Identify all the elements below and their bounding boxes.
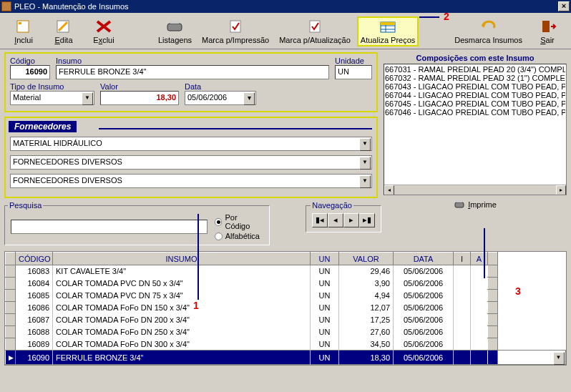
svg-rect-14 [457, 200, 462, 202]
svg-rect-3 [167, 24, 182, 31]
unidade-input[interactable]: UN [335, 65, 372, 79]
marca-imp-label: Marca p/Impressão [202, 36, 269, 44]
grid-header-row: CÓDIGO INSUMO UN VALOR DATA I A [6, 253, 566, 265]
marca-atualizacao-button[interactable]: Marca p/Atualização [276, 17, 353, 46]
valor-label: Valor [100, 82, 179, 91]
svg-rect-5 [230, 21, 240, 32]
atualiza-label: Atualiza Preços [361, 36, 415, 44]
fornecedores-group: Fornecedores MATERIAL HIDRÁULICO FORNECE… [4, 117, 378, 198]
marca-atu-label: Marca p/Atualização [279, 36, 351, 44]
codigo-label: Código [10, 57, 50, 65]
table-row[interactable]: 16085COLAR TOMADA PVC DN 75 x 3/4"UN4,94… [6, 290, 566, 302]
table-row[interactable]: 16086COLAR TOMADA FoFo DN 150 x 3/4"UN12… [6, 302, 566, 314]
nav-first-button[interactable]: ▮◂ [312, 213, 328, 227]
pesquisa-label: Pesquisa [8, 201, 43, 210]
fornecedor-1-select[interactable]: MATERIAL HIDRÁULICO [10, 137, 372, 151]
col-valor[interactable]: VALOR [339, 253, 394, 265]
fornecedores-title: Fornecedores [9, 121, 77, 132]
col-un[interactable]: UN [311, 253, 339, 265]
list-item[interactable]: 667045 - LIGACAO PREDIAL COM TUBO PEAD, … [385, 99, 565, 108]
table-row[interactable]: 16087COLAR TOMADA FoFo DN 200 x 3/4"UN17… [6, 314, 566, 326]
listagens-label: Listagens [158, 36, 192, 44]
col-insumo[interactable]: INSUMO [53, 253, 311, 265]
table-row[interactable]: 16088COLAR TOMADA FoFo DN 250 x 3/4"UN27… [6, 326, 566, 338]
svg-rect-12 [542, 21, 550, 32]
data-label: Data [185, 82, 256, 91]
inclui-label: nclui [16, 36, 33, 44]
insumos-grid[interactable]: CÓDIGO INSUMO UN VALOR DATA I A 16083KIT… [4, 251, 567, 366]
valor-input[interactable]: 18,30 [100, 91, 179, 105]
h-scrollbar[interactable]: ◂▸ [384, 185, 566, 195]
desmarca-label: Desmarca Insumos [454, 36, 522, 44]
svg-rect-1 [19, 22, 21, 24]
app-icon [1, 1, 11, 11]
edita-button[interactable]: Edita [46, 17, 82, 46]
imprime-button[interactable]: Imprime [384, 200, 567, 210]
col-i[interactable]: I [454, 253, 471, 265]
table-row[interactable]: 16083KIT CAVALETE 3/4"UN29,4605/06/2006 [6, 265, 566, 278]
title-bar: PLEO - Manutenção de Insumos × [0, 0, 571, 13]
svg-rect-6 [310, 21, 320, 32]
table-row[interactable]: ▶16090FERRULE BRONZE 3/4"UN18,3005/06/20… [6, 351, 566, 365]
nav-prev-button[interactable]: ◂ [328, 213, 343, 227]
exclui-button[interactable]: Exclui [86, 17, 122, 46]
navegacao-group: Navegação ▮◂ ◂ ▸ ▸▮ [306, 205, 381, 232]
codigo-input[interactable]: 16090 [10, 65, 50, 79]
list-item[interactable]: 667044 - LIGACAO PREDIAL COM TUBO PEAD, … [385, 91, 565, 99]
composicoes-list[interactable]: 667031 - RAMAL PREDIAL PEAD 20 (3/4") CO… [384, 64, 567, 195]
fornecedor-3-select[interactable]: FORNECEDORES DIVERSOS [10, 174, 372, 188]
col-codigo[interactable]: CÓDIGO [16, 253, 53, 265]
nav-last-button[interactable]: ▸▮ [359, 213, 375, 227]
composicoes-title: Composições com este Insumo [384, 52, 567, 64]
inclui-button[interactable]: Inclui [6, 17, 42, 46]
insumo-input[interactable]: FERRULE BRONZE 3/4" [56, 65, 329, 79]
list-item[interactable]: 667046 - LIGACAO PREDIAL COM TUBO PEAD, … [385, 108, 565, 117]
svg-rect-4 [170, 21, 179, 24]
por-codigo-radio[interactable]: Por Código [215, 213, 264, 230]
list-item[interactable]: 667032 - RAMAL PREDIAL PEAD 32 (1") COMP… [385, 74, 565, 82]
desmarca-button[interactable]: Desmarca Insumos [452, 17, 525, 46]
list-item[interactable]: 667031 - RAMAL PREDIAL PEAD 20 (3/4") CO… [385, 65, 565, 74]
listagens-button[interactable]: Listagens [155, 17, 195, 46]
unidade-label: Unidade [335, 57, 372, 65]
alfabetica-radio[interactable]: Alfabética [215, 232, 264, 240]
svg-rect-13 [455, 202, 464, 207]
atualiza-precos-button[interactable]: Atualiza Preços [358, 17, 418, 46]
col-data[interactable]: DATA [394, 253, 454, 265]
table-row[interactable]: 16089COLAR TOMADA FoFo DN 300 x 3/4"UN34… [6, 338, 566, 351]
data-input[interactable]: 05/06/2006 [185, 91, 256, 105]
tipo-select[interactable]: Material [10, 91, 94, 105]
sair-button[interactable]: Sair [529, 17, 565, 46]
window-title: PLEO - Manutenção de Insumos [14, 2, 129, 11]
marca-impressao-button[interactable]: Marca p/Impressão [199, 17, 272, 46]
toolbar: Inclui Edita Exclui Listagens Marca p/Im… [0, 13, 571, 49]
col-a[interactable]: A [471, 253, 488, 265]
pesquisa-input[interactable] [11, 220, 208, 234]
table-row[interactable]: 16084COLAR TOMADA PVC DN 50 x 3/4"UN3,90… [6, 278, 566, 290]
navegacao-label: Navegação [311, 201, 353, 210]
close-button[interactable]: × [558, 1, 570, 11]
tipo-label: Tipo de Insumo [10, 82, 94, 91]
list-item[interactable]: 667043 - LIGACAO PREDIAL COM TUBO PEAD, … [385, 82, 565, 91]
pesquisa-group: Pesquisa Por Código Alfabética [4, 205, 270, 245]
fornecedor-2-select[interactable]: FORNECEDORES DIVERSOS [10, 155, 372, 170]
insumo-label: Insumo [56, 57, 329, 65]
nav-next-button[interactable]: ▸ [343, 213, 359, 227]
printer-icon [454, 200, 465, 210]
svg-rect-11 [381, 22, 395, 25]
